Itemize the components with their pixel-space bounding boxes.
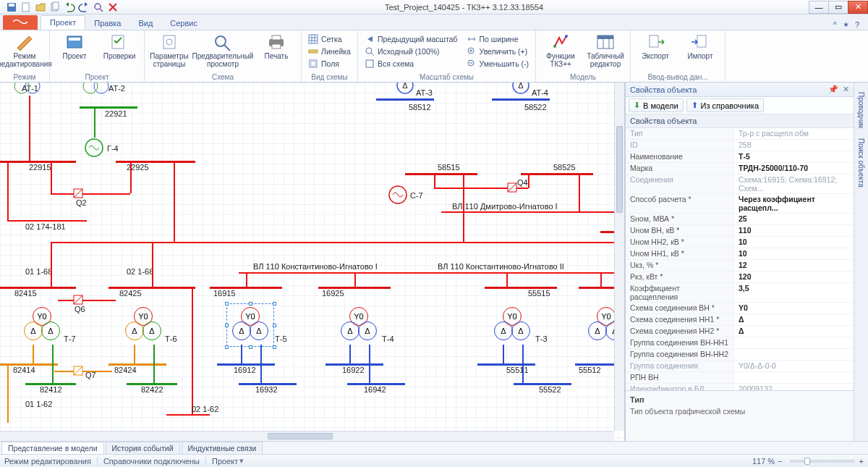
preview-button[interactable]: Предварительныйпросмотр (194, 32, 252, 68)
ribbon-help-icon[interactable]: ? (855, 20, 859, 30)
close-button[interactable]: ✕ (848, 1, 868, 14)
tab-project[interactable]: Проект (41, 15, 85, 30)
property-row[interactable]: НаименованиеТ-5 (626, 151, 854, 163)
zoom-fitw[interactable]: По ширине (464, 33, 532, 45)
qat-undo-icon[interactable] (64, 1, 75, 13)
property-row[interactable]: Идентификатор в БД20009132 (626, 384, 854, 390)
svg-rect-24 (309, 50, 318, 53)
qat-copy-icon[interactable] (49, 1, 61, 13)
lbl-at3: АТ-3 (416, 88, 433, 97)
in-model-button[interactable]: ⬇В модели (629, 98, 684, 112)
zoom-in[interactable]: Увеличить (+) (464, 46, 532, 57)
property-row[interactable]: Pкз, кВт *120 (626, 272, 854, 283)
tab-file[interactable] (3, 15, 38, 30)
qat-delete-icon[interactable] (107, 1, 119, 13)
property-row[interactable]: СоединенияСхема:16915; Схема:16912; Схем… (626, 174, 854, 194)
panel-title: Свойства объекта (630, 85, 697, 94)
status-bar: Режим редактирования Справочники подключ… (0, 454, 868, 467)
property-row[interactable]: Группа соединения ВН-НН1 (626, 337, 854, 349)
fields-toggle[interactable]: Поля (306, 58, 353, 70)
property-row[interactable]: ID258 (626, 140, 854, 151)
xfmr-t3[interactable]: Y0 Δ Δ (492, 307, 532, 348)
btab-model[interactable]: Представление в модели (1, 442, 104, 454)
zoom-minus[interactable]: − (778, 457, 782, 466)
import-button[interactable]: Импорт (680, 32, 720, 60)
svg-point-35 (553, 45, 556, 48)
edit-mode-button[interactable]: Режимредактирования (4, 32, 45, 68)
qat-open-icon[interactable] (35, 1, 46, 13)
tab-edit[interactable]: Правка (85, 17, 129, 30)
ribbon-tabs: Проект Правка Вид Сервис ^ ✶ ? (0, 14, 868, 30)
property-row[interactable]: Uном НН1, кВ *10 (626, 248, 854, 260)
export-button[interactable]: Экспорт (635, 32, 676, 60)
tab-view[interactable]: Вид (129, 17, 161, 30)
tkz-functions-button[interactable]: ФункцииТКЗ++ (540, 32, 581, 68)
checks-button[interactable]: Проверки (99, 32, 140, 60)
zoom-all[interactable]: Вся схема (362, 58, 460, 70)
schematic-canvas[interactable]: АТ-1 АТ-2 Δ АТ-3 58512 Δ АТ-4 58522 2292… (0, 83, 624, 441)
xfmr-t7[interactable]: Y0 Δ Δ (22, 307, 62, 348)
panel-close-icon[interactable]: ✕ (843, 85, 849, 94)
property-row[interactable]: Группа соединения ВН-НН2 (626, 349, 854, 361)
maximize-button[interactable]: ▭ (828, 1, 848, 14)
xfmr-t4[interactable]: Y0 Δ Δ (339, 307, 379, 348)
property-row[interactable]: Uкз, % *12 (626, 260, 854, 272)
lbl-q7: Q7 (85, 371, 96, 379)
from-ref-button[interactable]: ⬆Из справочника (686, 98, 764, 112)
btab-inductive[interactable]: Индуктивные связи (182, 442, 263, 454)
vertical-scrollbar[interactable] (614, 83, 624, 431)
property-grid[interactable]: ТипТр-р с расщепл.обмID258НаименованиеТ-… (626, 128, 854, 390)
svg-rect-2 (22, 3, 29, 12)
zoom-plus[interactable]: + (859, 457, 864, 466)
ribbon-options-icon[interactable]: ✶ (843, 20, 849, 30)
svg-point-44 (25, 83, 40, 93)
breaker-q7[interactable] (72, 365, 84, 376)
zoom-orig[interactable]: Исходный (100%) (362, 46, 460, 57)
lbl-02-162: 02 1-62 (192, 405, 218, 413)
property-row[interactable]: Uном НН2, кВ *10 (626, 237, 854, 248)
lbl-82415: 82415 (14, 289, 37, 298)
zoom-slider[interactable] (790, 460, 855, 463)
group-label-project: Проект (54, 72, 140, 82)
tab-service[interactable]: Сервис (161, 17, 206, 30)
qat-save-icon[interactable] (6, 1, 17, 13)
vtab-search[interactable]: Поиск объекта (855, 133, 867, 193)
svg-point-5 (95, 4, 101, 9)
property-row[interactable]: Группа соединенияY0/Δ-Δ-0-0 (626, 361, 854, 372)
breaker-q2[interactable] (72, 188, 84, 199)
grid-toggle[interactable]: Сетка (306, 33, 353, 45)
zoom-out[interactable]: Уменьшить (-) (464, 58, 532, 70)
project-button[interactable]: Проект (54, 32, 95, 60)
lbl-at4: АТ-4 (532, 88, 548, 97)
panel-pin-icon[interactable]: 📌 (828, 85, 838, 94)
ruler-toggle[interactable]: Линейка (306, 46, 353, 57)
horizontal-scrollbar[interactable] (0, 431, 614, 441)
vtab-conductor[interactable]: Проводник (855, 87, 867, 133)
btab-history[interactable]: История событий (106, 442, 180, 454)
qat-new-icon[interactable] (20, 1, 32, 13)
ribbon-group-mode: Режимредактирования Режим (0, 30, 50, 82)
property-row[interactable]: Коэффициент расщепления3,5 (626, 283, 854, 303)
ribbon-minimize-icon[interactable]: ^ (833, 20, 837, 30)
property-row[interactable]: ТипТр-р с расщепл.обм (626, 128, 854, 140)
status-project[interactable]: Проект (212, 457, 238, 466)
property-row[interactable]: Способ расчета *Через коэффициент расщеп… (626, 194, 854, 214)
property-row[interactable]: Uном ВН, кВ *110 (626, 225, 854, 237)
qat-find-icon[interactable] (93, 1, 104, 13)
print-button[interactable]: Печать (256, 32, 297, 60)
table-editor-button[interactable]: Табличныйредактор (585, 32, 626, 68)
property-row[interactable]: РПН ВН (626, 372, 854, 384)
property-row[interactable]: Sном, МВА *25 (626, 214, 854, 225)
property-row[interactable]: Схема соединения НН1 *Δ (626, 314, 854, 326)
property-row[interactable]: Схема соединения ВН *Y0 (626, 303, 854, 314)
svg-rect-38 (597, 35, 613, 39)
breaker-q6[interactable] (72, 294, 84, 306)
page-params-button[interactable]: Параметрыстраницы (149, 32, 190, 68)
xfmr-t6[interactable]: Y0 Δ Δ (123, 307, 163, 348)
breaker-q4[interactable] (506, 182, 518, 193)
minimize-button[interactable]: — (809, 1, 829, 14)
qat-redo-icon[interactable] (78, 1, 90, 13)
property-row[interactable]: МаркаТРДН-25000/110-70 (626, 163, 854, 174)
property-row[interactable]: Схема соединения НН2 *Δ (626, 326, 854, 337)
zoom-prev[interactable]: Предыдущий масштаб (362, 33, 460, 45)
